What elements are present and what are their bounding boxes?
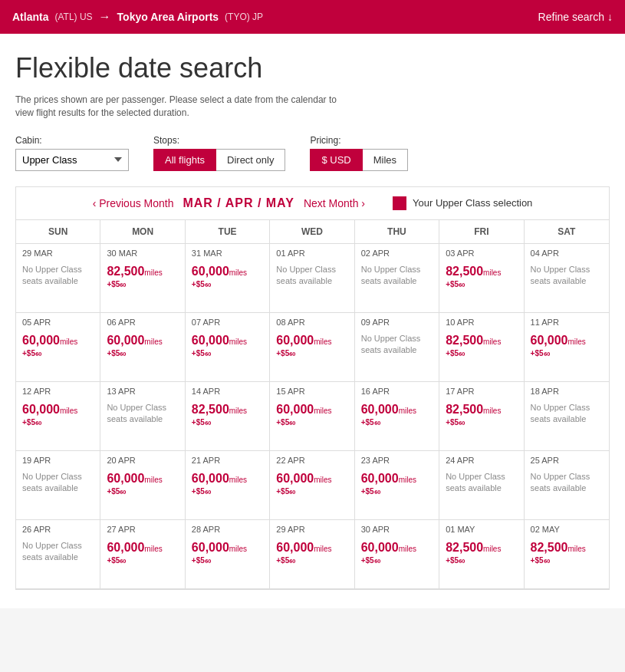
cell-price: 60,000miles+$5₆₀ (107, 333, 178, 359)
day-fri: FRI (439, 220, 524, 243)
dest-code: (TYO) JP (225, 12, 263, 22)
calendar-cell[interactable]: 05 APR60,000miles+$5₆₀ (16, 313, 100, 382)
no-seats-text: No Upper Class seats available (531, 471, 603, 495)
no-seats-text: No Upper Class seats available (531, 402, 603, 426)
cell-price: 60,000miles+$5₆₀ (22, 333, 94, 359)
fee-amount: +$5₆₀ (531, 555, 603, 565)
calendar-cell[interactable]: 06 APR60,000miles+$5₆₀ (100, 313, 185, 382)
calendar-cell[interactable]: 29 APR60,000miles+$5₆₀ (270, 520, 354, 589)
miles-label: miles (483, 268, 501, 277)
subtitle: The prices shown are per passenger. Plea… (15, 94, 337, 120)
calendar-cell[interactable]: 20 APR60,000miles+$5₆₀ (100, 451, 185, 520)
calendar-cell[interactable]: 11 APR60,000miles+$5₆₀ (525, 313, 609, 382)
fee-amount: +$5₆₀ (361, 486, 433, 496)
calendar-cell[interactable]: 28 APR60,000miles+$5₆₀ (186, 520, 270, 589)
calendar-cell[interactable]: 30 MAR82,500miles+$5₆₀ (100, 244, 185, 313)
miles-label: miles (60, 338, 77, 346)
cell-date: 03 APR (446, 249, 517, 258)
cell-date: 15 APR (276, 387, 347, 396)
stops-label: Stops: (153, 135, 285, 146)
prev-month-button[interactable]: ‹ Previous Month (93, 197, 174, 209)
calendar-cell[interactable]: 08 APR60,000miles+$5₆₀ (270, 313, 354, 382)
miles-amount: 60,000 (276, 541, 314, 554)
calendar-day-headers: SUN MON TUE WED THU FRI SAT (16, 220, 609, 244)
day-sun: SUN (16, 220, 100, 243)
calendar-cell: 13 APRNo Upper Class seats available (100, 382, 185, 451)
miles-label: miles (483, 407, 501, 415)
miles-label: miles (399, 476, 416, 484)
no-seats-text: No Upper Class seats available (531, 264, 603, 288)
usd-button[interactable]: $ USD (310, 149, 362, 171)
fee-amount: +$5₆₀ (192, 417, 263, 427)
calendar-cell[interactable]: 22 APR60,000miles+$5₆₀ (270, 451, 354, 520)
cell-date: 10 APR (446, 318, 517, 327)
calendar-cell[interactable]: 27 APR60,000miles+$5₆₀ (100, 520, 185, 589)
calendar-cell[interactable]: 12 APR60,000miles+$5₆₀ (16, 382, 100, 451)
no-seats-text: No Upper Class seats available (361, 333, 433, 357)
fee-amount: +$5₆₀ (192, 555, 263, 565)
calendar-cell[interactable]: 30 APR60,000miles+$5₆₀ (355, 520, 439, 589)
miles-amount: 82,500 (446, 403, 483, 416)
miles-amount: 60,000 (531, 334, 568, 347)
cabin-filter: Cabin: Upper Class Economy Premium Econo… (15, 135, 129, 171)
cell-price: 60,000miles+$5₆₀ (276, 471, 347, 497)
fee-amount: +$5₆₀ (276, 348, 347, 358)
refine-search-button[interactable]: Refine search ↓ (538, 11, 613, 23)
cell-price: 60,000miles+$5₆₀ (361, 471, 433, 497)
calendar: ‹ Previous Month MAR / APR / MAY Next Mo… (15, 186, 610, 590)
miles-label: miles (229, 268, 247, 277)
calendar-cell: 04 APRNo Upper Class seats available (525, 244, 609, 313)
calendar-cell[interactable]: 10 APR82,500miles+$5₆₀ (439, 313, 524, 382)
cell-date: 12 APR (22, 387, 94, 396)
calendar-cell[interactable]: 21 APR60,000miles+$5₆₀ (186, 451, 270, 520)
cell-date: 16 APR (361, 387, 433, 396)
calendar-cell: 26 APRNo Upper Class seats available (16, 520, 100, 589)
cell-price: 82,500miles+$5₆₀ (531, 540, 603, 566)
fee-amount: +$5₆₀ (107, 348, 178, 358)
fee-amount: +$5₆₀ (446, 279, 517, 289)
cell-date: 24 APR (446, 456, 517, 465)
miles-button[interactable]: Miles (363, 149, 408, 171)
cell-date: 21 APR (192, 456, 263, 465)
calendar-cell[interactable]: 03 APR82,500miles+$5₆₀ (439, 244, 524, 313)
calendar-cell[interactable]: 16 APR60,000miles+$5₆₀ (355, 382, 439, 451)
day-tue: TUE (186, 220, 270, 243)
miles-label: miles (399, 407, 416, 415)
calendar-cell[interactable]: 23 APR60,000miles+$5₆₀ (355, 451, 439, 520)
direct-only-button[interactable]: Direct only (216, 149, 285, 171)
calendar-cell[interactable]: 14 APR82,500miles+$5₆₀ (186, 382, 270, 451)
calendar-cell: 25 APRNo Upper Class seats available (525, 451, 609, 520)
calendar-cell[interactable]: 01 MAY82,500miles+$5₆₀ (439, 520, 524, 589)
day-sat: SAT (525, 220, 609, 243)
calendar-cell[interactable]: 02 MAY82,500miles+$5₆₀ (525, 520, 609, 589)
next-month-button[interactable]: Next Month › (304, 197, 365, 209)
stops-buttons: All flights Direct only (153, 149, 285, 171)
miles-amount: 82,500 (446, 334, 483, 347)
cell-date: 11 APR (531, 318, 603, 327)
legend-text: Your Upper Class selection (413, 197, 532, 209)
pricing-filter: Pricing: $ USD Miles (310, 135, 408, 171)
all-flights-button[interactable]: All flights (153, 149, 216, 171)
no-seats-text: No Upper Class seats available (22, 264, 94, 288)
cell-price: 60,000miles+$5₆₀ (276, 402, 347, 428)
miles-label: miles (229, 545, 247, 553)
calendar-grid: 29 MARNo Upper Class seats available30 M… (16, 244, 609, 589)
cell-date: 06 APR (107, 318, 178, 327)
no-seats-text: No Upper Class seats available (107, 402, 178, 426)
calendar-cell[interactable]: 15 APR60,000miles+$5₆₀ (270, 382, 354, 451)
calendar-cell[interactable]: 07 APR60,000miles+$5₆₀ (186, 313, 270, 382)
miles-label: miles (483, 545, 501, 553)
cell-price: 60,000miles+$5₆₀ (276, 540, 347, 566)
calendar-nav: ‹ Previous Month MAR / APR / MAY Next Mo… (16, 187, 609, 220)
day-thu: THU (355, 220, 439, 243)
calendar-cell[interactable]: 17 APR82,500miles+$5₆₀ (439, 382, 524, 451)
miles-amount: 60,000 (361, 403, 399, 416)
miles-amount: 60,000 (22, 403, 60, 416)
cabin-select[interactable]: Upper Class Economy Premium Economy Busi… (15, 149, 129, 171)
main-content: Flexible date search The prices shown ar… (0, 34, 625, 608)
cell-price: 82,500miles+$5₆₀ (107, 264, 178, 290)
miles-label: miles (568, 338, 586, 346)
miles-amount: 60,000 (276, 334, 314, 347)
calendar-cell[interactable]: 31 MAR60,000miles+$5₆₀ (186, 244, 270, 313)
cell-date: 19 APR (22, 456, 94, 465)
